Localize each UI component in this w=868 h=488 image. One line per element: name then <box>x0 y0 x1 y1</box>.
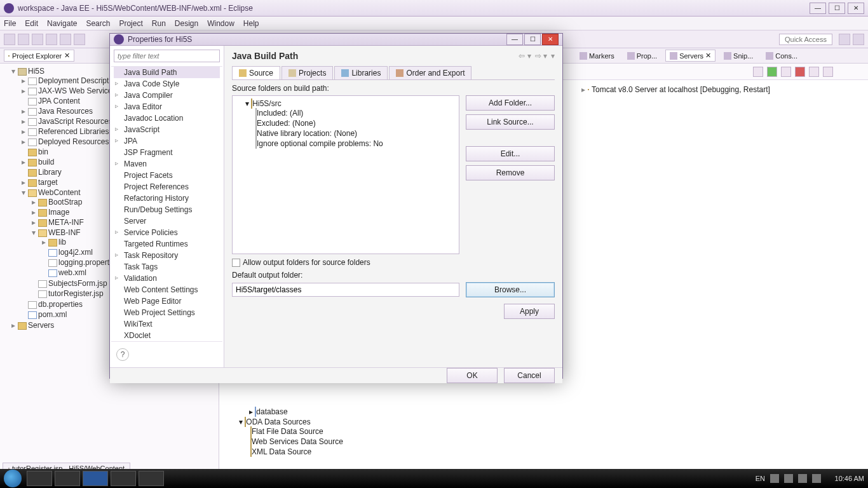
category-validation[interactable]: Validation <box>114 273 220 284</box>
category-run-debug-settings[interactable]: Run/Debug Settings <box>114 204 220 215</box>
tree-dd[interactable]: Deployment Descriptor <box>38 76 116 85</box>
tree-javares[interactable]: Java Resources <box>38 107 93 116</box>
ok-button[interactable]: OK <box>447 368 498 383</box>
dt-oda[interactable]: ODA Data Sources <box>246 417 310 426</box>
category-java-editor[interactable]: Java Editor <box>114 101 220 112</box>
category-server[interactable]: Server <box>114 215 220 227</box>
tab-properties[interactable]: Prop... <box>623 50 661 62</box>
menu-help[interactable]: Help <box>243 19 259 28</box>
tree-build[interactable]: build <box>38 158 54 166</box>
allow-output-checkbox[interactable] <box>232 259 240 267</box>
edit-button[interactable]: Edit... <box>466 146 555 161</box>
tb-run-icon[interactable] <box>60 34 71 45</box>
category-java-compiler[interactable]: Java Compiler <box>114 90 220 101</box>
remove-button[interactable]: Remove <box>466 165 555 180</box>
dt-xml[interactable]: XML Data Source <box>252 447 311 456</box>
project-root[interactable]: Hi5S <box>28 67 44 76</box>
tree-webcontent[interactable]: WebContent <box>38 188 81 197</box>
minimize-button[interactable]: — <box>810 3 826 14</box>
tree-jax[interactable]: JAX-WS Web Services <box>38 86 116 95</box>
tb-debug-icon[interactable] <box>46 34 57 45</box>
tray-sound-icon[interactable] <box>798 474 807 483</box>
browse-button[interactable]: Browse... <box>466 282 555 297</box>
tree-target[interactable]: target <box>38 178 58 187</box>
tab-projects[interactable]: Projects <box>281 66 333 79</box>
project-explorer-tab[interactable]: Project Explorer ✕ <box>4 50 74 62</box>
tab-servers[interactable]: Servers ✕ <box>665 50 715 62</box>
server-profile-icon[interactable] <box>781 67 791 77</box>
server-stop-icon[interactable] <box>795 67 805 77</box>
back-icon[interactable]: ⇦ ▾ <box>519 51 531 60</box>
tab-close-icon[interactable]: ✕ <box>64 51 70 60</box>
tab-snippets[interactable]: Snip... <box>719 50 757 62</box>
tb-new-icon[interactable] <box>4 34 15 45</box>
tray-flag-icon[interactable] <box>812 474 821 483</box>
tab-close-icon[interactable]: ✕ <box>705 51 711 60</box>
tree-pom[interactable]: pom.xml <box>38 310 67 319</box>
tree-depres[interactable]: Deployed Resources <box>38 137 109 146</box>
category-jpa[interactable]: JPA <box>114 135 220 147</box>
taskbar-clock[interactable]: 10:46 AM <box>826 475 864 482</box>
maximize-button[interactable]: ☐ <box>829 3 845 14</box>
tree-webxml[interactable]: web.xml <box>58 268 86 277</box>
menu-search[interactable]: Search <box>86 19 110 28</box>
tree-bin[interactable]: bin <box>38 147 48 156</box>
category-jsp-fragment[interactable]: JSP Fragment <box>114 147 220 158</box>
task-eclipse-icon[interactable] <box>139 471 164 486</box>
close-button[interactable]: ✕ <box>848 3 864 14</box>
server-start-icon[interactable] <box>767 67 777 77</box>
tree-servers[interactable]: Servers <box>28 321 54 330</box>
category-project-references[interactable]: Project References <box>114 181 220 193</box>
tree-subjects[interactable]: SubjectsForm.jsp <box>48 279 107 288</box>
category-web-page-editor[interactable]: Web Page Editor <box>114 295 220 307</box>
dialog-maximize-button[interactable]: ☐ <box>524 34 541 45</box>
apply-button[interactable]: Apply <box>504 304 555 319</box>
add-folder-button[interactable]: Add Folder... <box>466 95 555 111</box>
dialog-close-button[interactable]: ✕ <box>542 34 559 45</box>
category-list[interactable]: Java Build PathJava Code StyleJava Compi… <box>111 66 222 342</box>
category-targeted-runtimes[interactable]: Targeted Runtimes <box>114 238 220 250</box>
tray-battery-icon[interactable] <box>770 474 779 483</box>
source-folders-tree[interactable]: ▾ Hi5S/src Included: (All) Excluded: (No… <box>232 95 459 254</box>
tree-lib[interactable]: lib <box>58 238 66 247</box>
forward-icon[interactable]: ⇨ ▾ <box>535 51 547 60</box>
menu-window[interactable]: Window <box>207 19 234 28</box>
tb-save-icon[interactable] <box>18 34 29 45</box>
category-wikitext[interactable]: WikiText <box>114 318 220 330</box>
server-clean-icon[interactable] <box>823 67 833 77</box>
tree-bootstrap[interactable]: BootStrap <box>48 198 82 207</box>
category-java-code-style[interactable]: Java Code Style <box>114 78 220 90</box>
category-refactoring-history[interactable]: Refactoring History <box>114 193 220 204</box>
tree-log4j2[interactable]: log4j2.xml <box>58 248 93 257</box>
category-javascript[interactable]: JavaScript <box>114 124 220 135</box>
category-java-build-path[interactable]: Java Build Path <box>114 67 220 78</box>
dt-ws[interactable]: Web Services Data Source <box>252 437 343 446</box>
menu-design[interactable]: Design <box>175 19 198 28</box>
tree-webinf[interactable]: WEB-INF <box>48 228 81 237</box>
src-root[interactable]: Hi5S/src <box>252 99 281 108</box>
menu-navigate[interactable]: Navigate <box>47 19 77 28</box>
src-inc[interactable]: Included: (All) <box>257 109 303 118</box>
tree-metainf[interactable]: META-INF <box>48 218 84 227</box>
tree-image[interactable]: Image <box>48 208 69 217</box>
category-maven[interactable]: Maven <box>114 158 220 170</box>
perspective-other-icon[interactable] <box>853 34 864 45</box>
tree-tutorreg[interactable]: tutorRegister.jsp <box>48 289 104 298</box>
tb-more-icon[interactable] <box>74 34 85 45</box>
start-button[interactable] <box>4 470 22 487</box>
src-exc[interactable]: Excluded: (None) <box>257 119 316 128</box>
tray-network-icon[interactable] <box>784 474 793 483</box>
dialog-minimize-button[interactable]: — <box>506 34 523 45</box>
tree-dbprop[interactable]: db.properties <box>38 300 83 309</box>
category-web-content-settings[interactable]: Web Content Settings <box>114 284 220 295</box>
category-javadoc-location[interactable]: Javadoc Location <box>114 112 220 124</box>
menu-icon[interactable]: ▾ <box>551 51 555 60</box>
category-task-tags[interactable]: Task Tags <box>114 261 220 273</box>
server-debug-icon[interactable] <box>753 67 763 77</box>
dt-flat[interactable]: Flat File Data Source <box>252 427 323 436</box>
task-firefox-icon[interactable] <box>111 471 136 486</box>
category-task-repository[interactable]: Task Repository <box>114 250 220 261</box>
task-word-icon[interactable] <box>83 471 108 486</box>
tree-library[interactable]: Library <box>38 168 62 177</box>
task-explorer-icon[interactable] <box>27 471 52 486</box>
